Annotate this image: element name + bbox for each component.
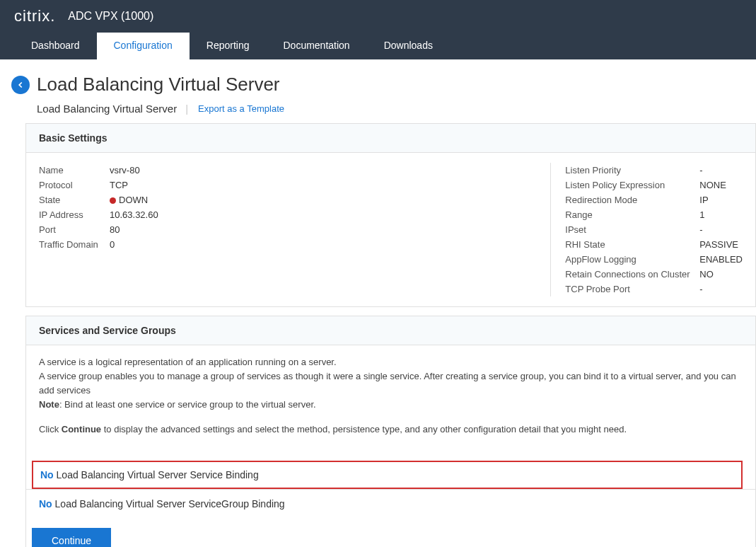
continue-hint: Click Continue to display the advanced s… [39,422,748,437]
name-label: Name [39,165,110,175]
tab-documentation[interactable]: Documentation [266,33,366,59]
export-template-link[interactable]: Export as a Template [198,103,284,114]
tab-reporting[interactable]: Reporting [190,33,267,59]
separator: | [185,103,188,115]
range-label: Range [565,209,699,220]
protocol-value: TCP [110,180,128,190]
services-header: Services and Service Groups [26,316,755,345]
listen-priority-value: - [699,165,702,175]
service-binding-link[interactable]: No Load Balancing Virtual Server Service… [32,461,743,489]
basic-settings-header: Basic Settings [26,124,755,153]
breadcrumb-label: Load Balancing Virtual Server [37,103,177,115]
appflow-label: AppFlow Logging [565,254,699,265]
arrow-left-icon [16,80,25,90]
ip-label: IP Address [39,209,110,220]
basic-settings-panel: Basic Settings Namevsrv-80 ProtocolTCP S… [25,123,756,307]
protocol-label: Protocol [39,180,110,190]
services-panel: Services and Service Groups A service is… [25,316,756,547]
ip-value: 10.63.32.60 [110,209,158,220]
rhi-state-value: PASSIVE [699,239,738,250]
citrix-logo: citrix. [14,7,55,25]
rhi-state-label: RHI State [565,239,699,250]
tab-downloads[interactable]: Downloads [367,33,450,59]
tab-configuration[interactable]: Configuration [97,33,190,59]
services-description: A service is a logical representation of… [39,355,748,413]
traffic-domain-value: 0 [110,239,115,250]
listen-policy-value: NONE [699,180,726,190]
page-header: Load Balancing Virtual Server [0,59,756,103]
page-title: Load Balancing Virtual Server [37,74,280,96]
top-bar: citrix. ADC VPX (1000) [0,0,756,33]
status-down-icon [110,197,116,204]
listen-policy-label: Listen Policy Expression [565,180,699,190]
retain-conn-value: NO [699,269,714,280]
sub-header: Load Balancing Virtual Server | Export a… [0,103,756,123]
tcp-probe-label: TCP Probe Port [565,284,699,294]
listen-priority-label: Listen Priority [565,165,699,175]
nav-tabs: Dashboard Configuration Reporting Docume… [0,33,756,59]
ipset-value: - [699,224,702,235]
back-button[interactable] [11,76,30,94]
tab-dashboard[interactable]: Dashboard [14,33,97,59]
retain-conn-label: Retain Connections on Cluster [565,269,699,280]
state-value: DOWN [110,195,148,205]
traffic-domain-label: Traffic Domain [39,239,110,250]
servicegroup-binding-link[interactable]: No Load Balancing Virtual Server Service… [26,489,755,518]
product-name: ADC VPX (1000) [68,10,153,23]
port-label: Port [39,224,110,235]
range-value: 1 [699,209,704,220]
tcp-probe-value: - [699,284,702,294]
basic-settings-left-col: Namevsrv-80 ProtocolTCP StateDOWN IP Add… [39,163,551,296]
continue-button[interactable]: Continue [32,528,111,547]
port-value: 80 [110,224,120,235]
name-value: vsrv-80 [110,165,140,175]
basic-settings-right-col: Listen Priority- Listen Policy Expressio… [551,163,743,296]
redirection-mode-label: Redirection Mode [565,195,699,205]
appflow-value: ENABLED [699,254,743,265]
ipset-label: IPset [565,224,699,235]
redirection-mode-value: IP [699,195,708,205]
state-label: State [39,195,110,205]
